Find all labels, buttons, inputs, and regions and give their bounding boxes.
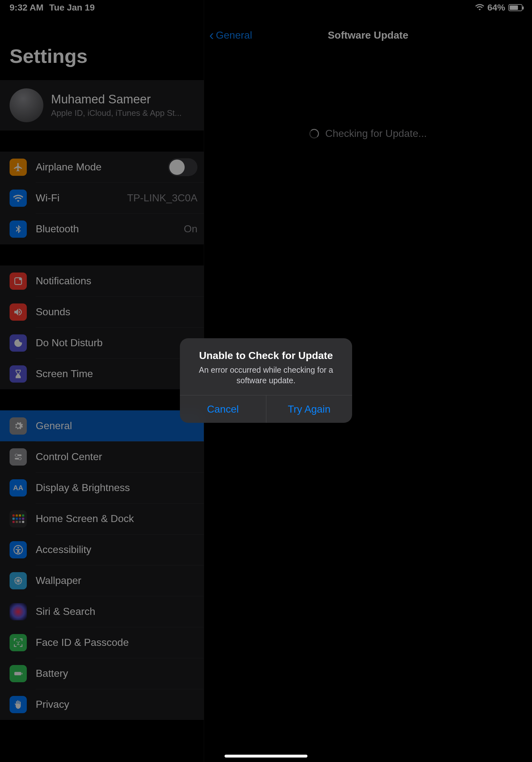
hourglass-icon	[10, 365, 27, 383]
cancel-button[interactable]: Cancel	[180, 395, 266, 423]
back-label: General	[216, 29, 252, 41]
svg-point-10	[17, 642, 18, 642]
sidebar-item-siri[interactable]: Siri & Search	[0, 596, 204, 627]
sidebar-item-home-screen[interactable]: Home Screen & Dock	[0, 503, 204, 534]
profile-cell[interactable]: Muhamed Sameer Apple ID, iCloud, iTunes …	[0, 80, 204, 130]
sidebar-item-label: Notifications	[36, 275, 197, 287]
sidebar-item-label: Accessibility	[36, 544, 197, 556]
checking-label: Checking for Update...	[325, 128, 427, 139]
notifications-icon	[10, 272, 27, 290]
sidebar-item-label: Siri & Search	[36, 606, 197, 617]
sidebar-item-label: Face ID & Passcode	[36, 637, 197, 648]
sidebar-item-label: Display & Brightness	[36, 482, 197, 494]
airplane-toggle[interactable]	[168, 158, 197, 176]
wallpaper-icon	[10, 572, 27, 589]
wifi-icon	[475, 3, 484, 13]
home-screen-icon	[10, 510, 27, 527]
sidebar-item-accessibility[interactable]: Accessibility	[0, 534, 204, 565]
sidebar-item-privacy[interactable]: Privacy	[0, 689, 204, 720]
sidebar-item-wallpaper[interactable]: Wallpaper	[0, 565, 204, 596]
sidebar-item-dnd[interactable]: Do Not Disturb	[0, 327, 204, 358]
gear-icon	[10, 418, 27, 435]
sidebar-item-faceid[interactable]: Face ID & Passcode	[0, 627, 204, 658]
sidebar-item-label: Control Center	[36, 451, 197, 463]
detail-title: Software Update	[204, 29, 532, 41]
sidebar-item-bluetooth[interactable]: Bluetooth On	[0, 213, 204, 244]
settings-sidebar: Settings Muhamed Sameer Apple ID, iCloud…	[0, 0, 204, 762]
sidebar-item-screentime[interactable]: Screen Time	[0, 358, 204, 389]
moon-icon	[10, 335, 27, 352]
sidebar-item-label: Sounds	[36, 306, 197, 318]
sidebar-item-label: Privacy	[36, 699, 197, 710]
svg-point-11	[19, 642, 20, 642]
display-icon: AA	[10, 479, 27, 496]
accessibility-icon	[10, 541, 27, 559]
svg-point-4	[15, 454, 18, 456]
faceid-icon	[10, 634, 27, 651]
sidebar-item-airplane[interactable]: Airplane Mode	[0, 152, 204, 183]
wifi-icon	[10, 190, 27, 207]
status-time: 9:32 AM	[10, 3, 43, 13]
checking-status: Checking for Update...	[204, 128, 532, 139]
alert-message: An error occurred while checking for a s…	[189, 365, 343, 385]
svg-rect-13	[22, 673, 23, 674]
sidebar-item-label: Wallpaper	[36, 575, 197, 586]
hand-icon	[10, 696, 27, 713]
page-title: Settings	[0, 45, 204, 80]
sidebar-item-control-center[interactable]: Control Center	[0, 441, 204, 472]
sidebar-item-label: Airplane Mode	[36, 161, 168, 173]
sidebar-item-wifi[interactable]: Wi-Fi TP-LINK_3C0A	[0, 183, 204, 213]
sidebar-item-battery[interactable]: Battery	[0, 658, 204, 689]
sidebar-item-label: Home Screen & Dock	[36, 513, 197, 525]
sidebar-item-display[interactable]: AA Display & Brightness	[0, 472, 204, 503]
alert-dialog: Unable to Check for Update An error occu…	[180, 338, 352, 423]
profile-name: Muhamed Sameer	[51, 93, 181, 106]
home-indicator[interactable]	[225, 755, 307, 758]
sidebar-item-label: Bluetooth	[36, 223, 184, 235]
sidebar-item-label: Battery	[36, 667, 197, 679]
svg-point-5	[19, 457, 21, 460]
siri-icon	[10, 603, 27, 620]
chevron-left-icon: ‹	[209, 28, 214, 42]
sidebar-item-label: Do Not Disturb	[36, 337, 197, 349]
svg-point-7	[17, 547, 19, 548]
back-button[interactable]: ‹ General	[204, 28, 252, 42]
airplane-icon	[10, 159, 27, 176]
bluetooth-value: On	[184, 223, 197, 235]
sidebar-item-label: Wi-Fi	[36, 192, 127, 204]
status-date: Tue Jan 19	[49, 3, 95, 13]
svg-point-1	[19, 277, 22, 280]
sidebar-item-notifications[interactable]: Notifications	[0, 266, 204, 296]
sidebar-item-label: General	[36, 420, 197, 432]
avatar	[10, 88, 43, 122]
battery-percent: 64%	[487, 3, 505, 13]
sliders-icon	[10, 448, 27, 466]
sidebar-item-label: Screen Time	[36, 368, 197, 380]
bluetooth-icon	[10, 220, 27, 238]
alert-title: Unable to Check for Update	[189, 350, 343, 361]
try-again-button[interactable]: Try Again	[266, 395, 353, 423]
sounds-icon	[10, 303, 27, 321]
profile-subtitle: Apple ID, iCloud, iTunes & App St...	[51, 108, 181, 118]
status-bar: 9:32 AM Tue Jan 19 64%	[0, 0, 532, 15]
svg-rect-12	[14, 672, 21, 675]
sidebar-item-sounds[interactable]: Sounds	[0, 296, 204, 327]
battery-icon	[10, 665, 27, 682]
wifi-network-value: TP-LINK_3C0A	[127, 192, 197, 204]
battery-icon	[508, 4, 522, 11]
sidebar-item-general[interactable]: General	[0, 410, 204, 441]
spinner-icon	[309, 129, 319, 138]
